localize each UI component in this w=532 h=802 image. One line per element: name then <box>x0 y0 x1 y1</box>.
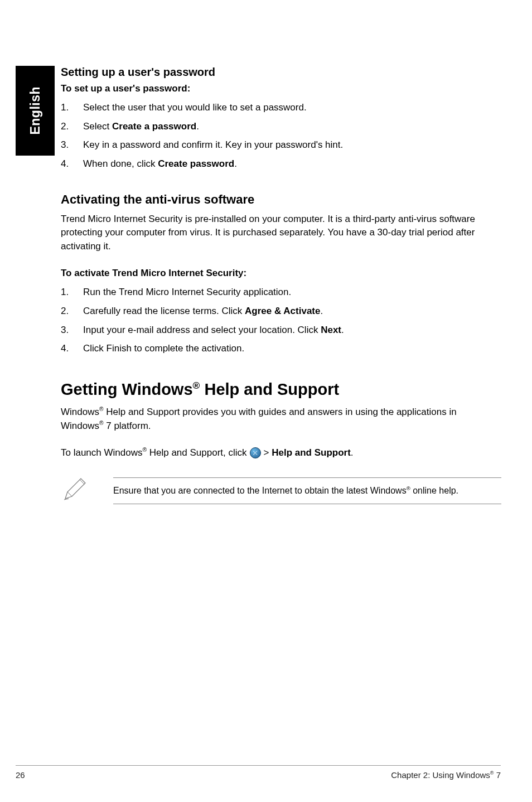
list-item: 3. Key in a password and confirm it. Key… <box>61 138 501 152</box>
list-number: 2. <box>61 120 83 134</box>
list-number: 4. <box>61 342 83 356</box>
list-item: 3. Input your e-mail address and select … <box>61 323 501 337</box>
heading-antivirus: Activating the anti-virus software <box>61 192 501 207</box>
list-text: Select Create a password. <box>83 120 501 134</box>
section-antivirus: Activating the anti-virus software Trend… <box>61 192 501 356</box>
list-item: 1. Select the user that you would like t… <box>61 101 501 115</box>
section-password: Setting up a user's password To set up a… <box>61 66 501 171</box>
list-password-steps: 1. Select the user that you would like t… <box>61 101 501 171</box>
list-text: Click Finish to complete the activation. <box>83 342 501 356</box>
list-text: Run the Trend Micro Internet Security ap… <box>83 286 501 299</box>
list-text: Input your e-mail address and select you… <box>83 323 501 337</box>
intro-help-support: Windows® Help and Support provides you w… <box>61 405 501 433</box>
list-item: 2. Carefully read the license terms. Cli… <box>61 305 501 318</box>
heading-password: Setting up a user's password <box>61 66 501 79</box>
list-item: 4. Click Finish to complete the activati… <box>61 342 501 356</box>
language-tab: English <box>16 66 55 156</box>
list-text: Carefully read the license terms. Click … <box>83 305 501 318</box>
list-text: When done, click Create password. <box>83 157 501 171</box>
list-number: 3. <box>61 138 83 152</box>
section-help-support: Getting Windows® Help and Support Window… <box>61 380 501 505</box>
list-antivirus-steps: 1. Run the Trend Micro Internet Security… <box>61 286 501 356</box>
page-footer: 26 Chapter 2: Using Windows® 7 <box>16 765 501 780</box>
chapter-title: Chapter 2: Using Windows® 7 <box>391 770 501 780</box>
list-number: 2. <box>61 305 83 318</box>
page-content: Setting up a user's password To set up a… <box>61 66 501 505</box>
intro-antivirus: Trend Micro Internet Security is pre-ins… <box>61 212 501 254</box>
windows-start-icon <box>250 447 261 458</box>
list-number: 4. <box>61 157 83 171</box>
list-item: 1. Run the Trend Micro Internet Security… <box>61 286 501 299</box>
note-text: Ensure that you are connected to the Int… <box>113 486 458 495</box>
launch-instruction: To launch Windows® Help and Support, cli… <box>61 447 501 458</box>
list-number: 3. <box>61 323 83 337</box>
list-text: Select the user that you would like to s… <box>83 101 501 115</box>
note-box: Ensure that you are connected to the Int… <box>61 476 501 505</box>
list-number: 1. <box>61 101 83 115</box>
subheading-antivirus: To activate Trend Micro Internet Securit… <box>61 268 501 279</box>
pencil-icon <box>61 476 90 505</box>
heading-help-support: Getting Windows® Help and Support <box>61 380 501 399</box>
subheading-password: To set up a user's password: <box>61 83 501 94</box>
list-item: 2. Select Create a password. <box>61 120 501 134</box>
list-item: 4. When done, click Create password. <box>61 157 501 171</box>
list-number: 1. <box>61 286 83 299</box>
language-tab-label: English <box>28 86 43 135</box>
page-number: 26 <box>16 770 25 780</box>
list-text: Key in a password and confirm it. Key in… <box>83 138 501 152</box>
note-text-wrap: Ensure that you are connected to the Int… <box>113 477 501 504</box>
